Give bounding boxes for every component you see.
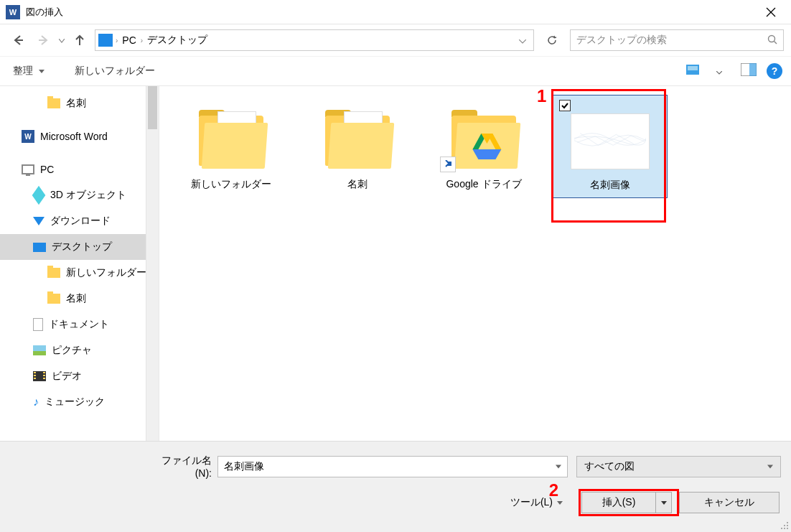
resize-grip[interactable] [780,521,790,531]
address-bar[interactable]: › PC › デスクトップ [95,29,534,51]
3d-icon [32,186,46,205]
tree-item-folder[interactable]: 新しいフォルダー [0,260,159,286]
refresh-icon [546,34,558,46]
file-item-folder[interactable]: X 名刺 [300,95,415,198]
tree-label: ミュージック [45,396,105,409]
svg-rect-16 [784,528,785,529]
history-dropdown[interactable] [59,37,65,45]
organize-menu[interactable]: 整理 [9,62,49,80]
svg-rect-17 [787,525,788,526]
up-button[interactable] [69,29,90,51]
svg-rect-15 [787,528,788,529]
tree-label: 名刺 [66,292,86,305]
shortcut-overlay-icon [440,157,456,172]
file-pane[interactable]: 1 新しいフォルダー X 名刺 Google ドライブ 名刺画像 [159,86,791,441]
desktop-icon [33,243,46,252]
tree-label: ダウンロード [50,215,111,228]
selection-checkbox[interactable] [559,100,571,111]
tree-item-music[interactable]: ♪ミュージック [0,389,159,415]
chevron-down-icon [716,71,722,75]
word-icon: W [22,130,34,143]
tree-label: 3D オブジェクト [50,189,126,202]
chevron-down-icon [767,465,773,469]
tree-label: 新しいフォルダー [66,266,146,279]
file-item-folder[interactable]: Google ドライブ [426,95,541,198]
tree-item-documents[interactable]: ドキュメント [0,312,159,337]
music-icon: ♪ [33,396,39,409]
svg-rect-19 [784,525,785,526]
chevron-down-icon [59,39,65,43]
content-area: 名刺 WMicrosoft Word PC 3D オブジェクト ダウンロード デ… [0,86,791,441]
close-button[interactable] [757,1,785,23]
thumbnail-view-icon [686,63,708,76]
file-item-folder[interactable]: 新しいフォルダー [174,95,289,198]
nav-bar: › PC › デスクトップ デスクトップの検索 [0,24,791,56]
search-icon [767,34,777,47]
insert-button[interactable]: 挿入(S) [581,492,672,513]
filename-input[interactable]: 名刺画像 [217,456,568,477]
resize-grip-icon [780,521,790,531]
view-dropdown[interactable] [716,65,722,78]
tree-label: ピクチャ [52,344,92,357]
filename-label: ファイル名(N): [148,454,212,479]
chevron-down-icon [519,39,526,44]
refresh-button[interactable] [541,29,563,51]
breadcrumb-folder[interactable]: デスクトップ [143,34,212,47]
file-label: 名刺 [347,178,368,191]
svg-rect-20 [787,522,788,523]
svg-rect-8 [688,66,698,70]
view-mode-button[interactable] [686,63,708,79]
tree-item-cut[interactable] [0,415,159,428]
download-icon [33,217,45,225]
help-button[interactable]: ? [767,63,782,79]
video-icon [33,371,46,381]
tree-item-folder[interactable]: 名刺 [0,286,159,312]
preview-pane-button[interactable] [741,63,757,79]
tree-label: PC [40,164,54,175]
scrollbar-thumb[interactable] [148,86,157,129]
tree-label: 名刺 [66,97,86,110]
preview-pane-icon [741,63,757,76]
tree-label: ドキュメント [49,318,109,331]
cancel-button[interactable]: キャンセル [679,492,780,513]
svg-marker-13 [472,149,501,159]
tree-item-desktop[interactable]: デスクトップ [0,234,159,260]
file-type-filter[interactable]: すべての図 [576,456,781,477]
file-item-image-selected[interactable]: 名刺画像 [553,95,668,198]
filename-value: 名刺画像 [224,460,264,473]
insert-split-dropdown[interactable] [655,493,671,513]
pc-drive-icon [98,34,113,47]
svg-rect-18 [781,528,782,529]
breadcrumb-pc[interactable]: PC [118,34,140,46]
check-icon [561,101,569,110]
tree-item-3d[interactable]: 3D オブジェクト [0,182,159,208]
toolbar: 整理 新しいフォルダー ? [0,56,791,86]
tree-item-pc[interactable]: PC [0,157,159,182]
document-icon [33,318,43,331]
sidebar-scrollbar[interactable] [146,86,159,441]
file-label: 名刺画像 [590,179,630,192]
image-thumbnail [571,113,650,169]
filter-value: すべての図 [584,460,635,473]
address-dropdown[interactable] [515,34,530,47]
svg-line-6 [774,41,777,44]
pictures-icon [33,345,46,355]
back-button[interactable] [7,29,29,51]
tree-item-downloads[interactable]: ダウンロード [0,208,159,234]
tree-item-videos[interactable]: ビデオ [0,363,159,389]
arrow-right-icon [37,34,50,47]
bottom-panel: ファイル名(N): 名刺画像 すべての図 2 ツール(L) 挿入(S) キャンセ… [0,441,791,532]
tree-item-word[interactable]: WMicrosoft Word [0,123,159,149]
close-icon [766,7,776,17]
title-bar: W 図の挿入 [0,0,791,24]
forward-button[interactable] [33,29,55,51]
annotation-1: 1 [537,86,546,106]
svg-rect-10 [749,63,757,76]
search-input[interactable]: デスクトップの検索 [570,29,784,51]
tree-item-folder[interactable]: 名刺 [0,90,159,116]
new-folder-button[interactable]: 新しいフォルダー [70,62,159,80]
window-title: 図の挿入 [26,6,63,19]
tree-item-pictures[interactable]: ピクチャ [0,337,159,363]
pc-icon [22,164,34,174]
google-drive-icon [471,132,502,161]
